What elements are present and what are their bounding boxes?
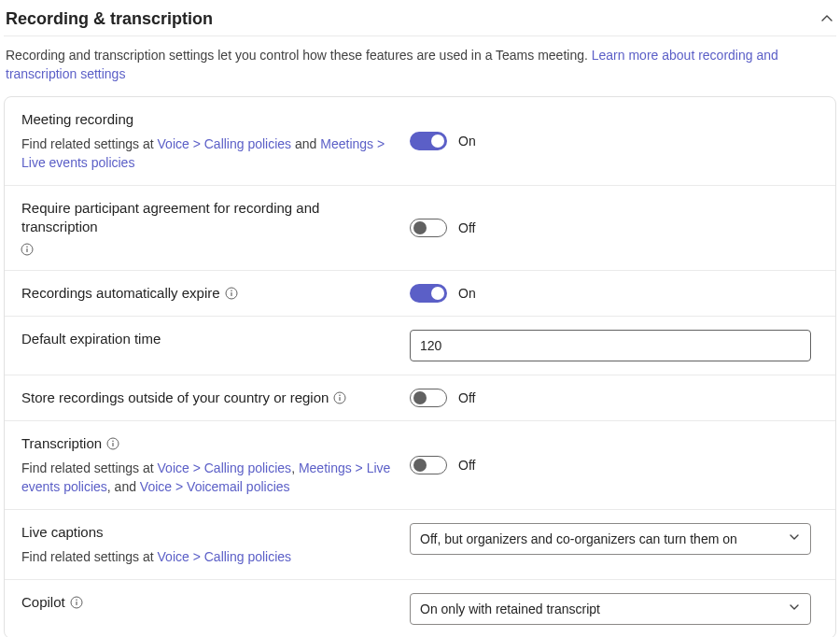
- row-require-agreement: Require participant agreement for record…: [5, 185, 835, 270]
- row-auto-expire: Recordings automatically expire On: [5, 270, 835, 316]
- row-live-captions: Live captions Find related settings at V…: [5, 509, 835, 579]
- toggle-state-transcription: Off: [458, 456, 475, 474]
- svg-point-13: [76, 599, 77, 601]
- label-meeting-recording: Meeting recording: [21, 110, 133, 129]
- svg-rect-11: [113, 443, 114, 446]
- toggle-auto-expire[interactable]: [410, 284, 447, 303]
- link-voice-calling-policies[interactable]: Voice > Calling policies: [158, 460, 292, 475]
- info-icon[interactable]: [69, 595, 84, 610]
- link-voice-calling-policies[interactable]: Voice > Calling policies: [158, 549, 292, 564]
- collapse-icon[interactable]: [819, 11, 834, 26]
- dropdown-live-captions-value: Off, but organizers and co-organizers ca…: [420, 530, 737, 548]
- toggle-require-agreement[interactable]: [410, 219, 447, 237]
- toggle-state-store-outside: Off: [458, 389, 475, 407]
- row-default-expiration: Default expiration time: [5, 316, 835, 375]
- row-copilot: Copilot On only with retained transcript: [5, 579, 835, 637]
- label-live-captions: Live captions: [21, 523, 104, 542]
- row-transcription: Transcription Find related settings at V…: [5, 420, 835, 509]
- dropdown-copilot[interactable]: On only with retained transcript: [410, 593, 811, 625]
- sub-live-captions: Find related settings at Voice > Calling…: [21, 547, 395, 566]
- section-description-text: Recording and transcription settings let…: [6, 48, 592, 63]
- info-icon[interactable]: [20, 242, 35, 257]
- chevron-down-icon: [788, 530, 801, 548]
- label-require-agreement: Require participant agreement for record…: [21, 199, 395, 236]
- toggle-transcription[interactable]: [410, 456, 447, 474]
- link-voice-voicemail-policies[interactable]: Voice > Voicemail policies: [140, 479, 290, 494]
- svg-point-7: [340, 394, 342, 396]
- svg-point-10: [112, 440, 114, 442]
- dropdown-copilot-value: On only with retained transcript: [420, 600, 600, 618]
- link-voice-calling-policies[interactable]: Voice > Calling policies: [158, 136, 292, 151]
- toggle-state-meeting-recording: On: [458, 132, 476, 150]
- label-auto-expire: Recordings automatically expire: [21, 284, 220, 303]
- label-store-outside: Store recordings outside of your country…: [21, 389, 329, 407]
- svg-rect-8: [340, 397, 341, 401]
- toggle-state-auto-expire: On: [458, 284, 476, 303]
- toggle-meeting-recording[interactable]: [410, 132, 447, 150]
- info-icon[interactable]: [224, 286, 239, 301]
- label-transcription: Transcription: [21, 434, 102, 453]
- section-title: Recording & transcription: [6, 9, 213, 28]
- toggle-state-require-agreement: Off: [458, 219, 475, 237]
- info-icon[interactable]: [332, 390, 347, 405]
- label-copilot: Copilot: [21, 593, 65, 612]
- divider: [4, 35, 836, 36]
- sub-meeting-recording: Find related settings at Voice > Calling…: [21, 134, 395, 172]
- sub-transcription: Find related settings at Voice > Calling…: [21, 459, 395, 496]
- svg-point-1: [26, 246, 28, 248]
- svg-rect-2: [26, 248, 27, 252]
- label-default-expiration: Default expiration time: [21, 330, 161, 348]
- settings-card: Meeting recording Find related settings …: [4, 96, 836, 637]
- row-store-outside: Store recordings outside of your country…: [5, 375, 835, 420]
- section-description: Recording and transcription settings let…: [6, 46, 834, 83]
- info-icon[interactable]: [105, 436, 120, 451]
- svg-rect-14: [76, 602, 77, 605]
- svg-point-4: [231, 290, 232, 291]
- dropdown-live-captions[interactable]: Off, but organizers and co-organizers ca…: [410, 523, 811, 555]
- chevron-down-icon: [788, 600, 801, 618]
- row-meeting-recording: Meeting recording Find related settings …: [5, 97, 835, 185]
- svg-rect-5: [231, 292, 231, 296]
- toggle-store-outside[interactable]: [410, 389, 447, 407]
- input-default-expiration[interactable]: [410, 330, 811, 361]
